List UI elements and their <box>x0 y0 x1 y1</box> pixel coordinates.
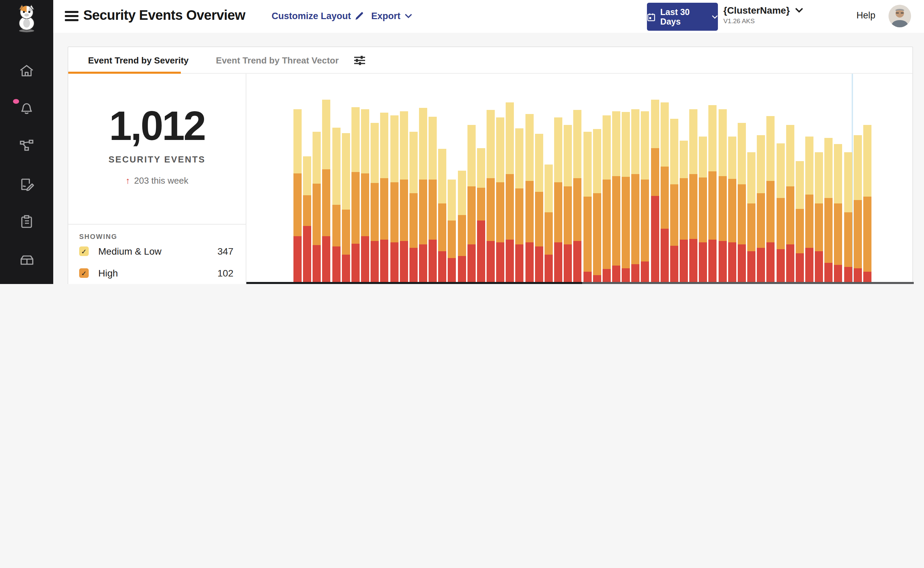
chart-bar[interactable] <box>380 113 389 282</box>
calendar-icon <box>647 12 656 21</box>
chart-bar[interactable] <box>767 116 775 282</box>
chart-bar[interactable] <box>496 118 504 282</box>
bar-segment-medium <box>458 171 466 215</box>
bar-segment-medium <box>718 109 727 176</box>
chart-bar[interactable] <box>699 136 707 282</box>
chart-bar[interactable] <box>516 128 524 282</box>
chart-bar[interactable] <box>428 117 437 282</box>
chart-bar[interactable] <box>709 105 717 282</box>
chart-bar[interactable] <box>574 110 582 282</box>
chart-bar[interactable] <box>554 118 562 282</box>
chart-bar[interactable] <box>718 109 727 282</box>
chart-bar[interactable] <box>583 132 591 282</box>
bar-segment-medium <box>622 112 630 177</box>
severity-checkbox[interactable]: ✓ <box>79 268 89 278</box>
bar-segment-critical <box>815 251 823 282</box>
chart-bar[interactable] <box>390 115 398 282</box>
chart-bar[interactable] <box>323 100 331 282</box>
severity-count: 347 <box>217 246 234 257</box>
chart-bar[interactable] <box>612 111 620 282</box>
severity-checkbox[interactable]: ✓ <box>79 246 89 256</box>
chart-bar[interactable] <box>593 129 601 282</box>
help-link[interactable]: Help <box>856 10 876 21</box>
sidebar-item-image-assurance[interactable] <box>0 246 53 273</box>
tab-event-trend-by-threat-vector[interactable]: Event Trend by Threat Vector <box>216 55 339 65</box>
sidebar-item-service-graph[interactable] <box>0 133 53 160</box>
date-range-button[interactable]: Last 30 Days <box>647 3 718 31</box>
chart-bar[interactable] <box>805 136 814 282</box>
chart-bar[interactable] <box>796 161 804 282</box>
chart-bar[interactable] <box>544 165 553 282</box>
chart-bar[interactable] <box>399 111 408 282</box>
chart-bar[interactable] <box>689 109 698 282</box>
chart-bar[interactable] <box>825 138 833 282</box>
chart-bar[interactable] <box>506 103 514 282</box>
event-trend-chart: NOVEMBER 2022 DECEMBER 2022 29 151015202… <box>246 74 914 284</box>
bar-segment-critical <box>380 240 389 282</box>
sidebar-item-policies[interactable] <box>0 171 53 198</box>
bar-segment-medium <box>699 136 707 177</box>
chart-bar[interactable] <box>477 148 485 282</box>
chart-bar[interactable] <box>834 144 843 282</box>
chart-bar[interactable] <box>680 140 688 282</box>
chart-bar[interactable] <box>458 171 466 282</box>
chart-bar[interactable] <box>361 109 369 282</box>
chart-bar[interactable] <box>487 110 495 282</box>
chart-bar[interactable] <box>786 125 794 282</box>
chart-bar[interactable] <box>641 111 649 282</box>
hamburger-menu-icon[interactable] <box>65 11 78 21</box>
user-avatar[interactable] <box>888 5 911 27</box>
chart-bar[interactable] <box>342 133 350 282</box>
chart-bar[interactable] <box>747 152 755 282</box>
chart-bar[interactable] <box>757 135 765 282</box>
cluster-selector[interactable]: {ClusterName} V1.26 AKS <box>724 5 803 24</box>
sidebar-item-home[interactable] <box>0 57 53 85</box>
chart-bar[interactable] <box>622 112 630 282</box>
chart-bar[interactable] <box>410 132 418 282</box>
chart-bar[interactable] <box>738 123 746 282</box>
bar-segment-medium <box>303 156 311 195</box>
chart-bar[interactable] <box>525 114 533 282</box>
bar-segment-high <box>294 174 301 236</box>
chart-bar[interactable] <box>603 115 611 282</box>
chart-bar[interactable] <box>371 123 379 282</box>
sidebar-item-alerts[interactable] <box>0 94 53 121</box>
bar-segment-high <box>603 180 611 269</box>
chart-bar[interactable] <box>670 119 678 282</box>
chart-bar[interactable] <box>815 152 823 282</box>
top-header: Security Events Overview Customize Layou… <box>53 0 924 33</box>
bar-segment-critical <box>786 245 794 282</box>
bar-segment-medium <box>680 140 688 178</box>
chart-bar[interactable] <box>651 100 659 282</box>
bar-segment-critical <box>516 245 524 282</box>
chart-bar[interactable] <box>303 156 311 282</box>
sidebar-item-compliance[interactable] <box>0 208 53 236</box>
chart-bar[interactable] <box>351 107 360 282</box>
chart-bar[interactable] <box>332 128 340 282</box>
chart-bar[interactable] <box>853 135 862 282</box>
calico-cat-logo[interactable] <box>0 4 53 33</box>
chart-bar[interactable] <box>564 125 572 282</box>
chart-bar[interactable] <box>294 109 301 282</box>
bar-segment-medium <box>757 135 765 193</box>
chart-bar[interactable] <box>535 134 543 282</box>
box-icon <box>19 252 35 267</box>
chart-bar[interactable] <box>776 144 784 282</box>
bar-segment-critical <box>622 268 630 282</box>
chart-bar[interactable] <box>467 125 475 282</box>
bar-segment-medium <box>496 118 504 182</box>
chart-bar[interactable] <box>439 149 447 282</box>
chart-bar[interactable] <box>448 180 456 282</box>
chart-bar[interactable] <box>313 132 321 282</box>
bar-segment-high <box>410 193 418 248</box>
chart-bar[interactable] <box>632 109 640 282</box>
chart-bar[interactable] <box>660 103 668 282</box>
chart-bar[interactable] <box>419 108 427 282</box>
export-button[interactable]: Export <box>371 11 412 21</box>
chart-bar[interactable] <box>863 125 871 282</box>
chart-bar[interactable] <box>728 136 736 282</box>
customize-layout-button[interactable]: Customize Layout <box>271 11 364 21</box>
chart-bar[interactable] <box>844 152 852 282</box>
chart-filter-sliders-icon[interactable] <box>354 55 366 65</box>
tab-event-trend-by-severity[interactable]: Event Trend by Severity <box>88 55 189 65</box>
